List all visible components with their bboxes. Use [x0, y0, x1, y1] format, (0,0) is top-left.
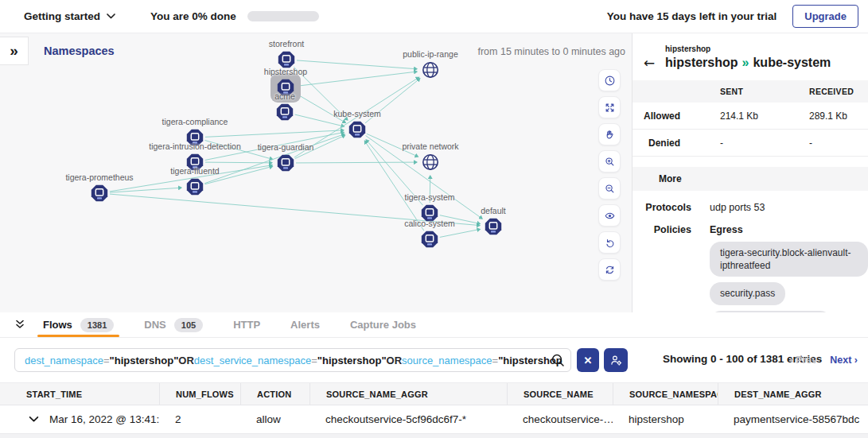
column-header-source_name: SOURCE_NAME	[507, 383, 613, 405]
graph-node-label: tigera-compliance	[162, 117, 228, 126]
protocols-label: Protocols	[644, 202, 691, 213]
query-segment: =	[103, 355, 110, 366]
zoom-out-button[interactable]	[598, 177, 621, 200]
details-panel: hipstershop ← hipstershop»kube-system SE…	[633, 33, 868, 312]
graph-toolbar	[598, 69, 621, 281]
trial-label: You have 15 days left in your trial	[607, 10, 777, 22]
getting-started-dropdown[interactable]: Getting started	[24, 10, 115, 22]
protocols-value: udp ports 53	[710, 202, 765, 213]
title-dest: kube-system	[753, 56, 831, 69]
refresh-icon	[604, 264, 616, 276]
double-chevron-down-icon	[14, 320, 25, 330]
tab-count-badge: 1381	[80, 318, 114, 332]
cell-num_flows: 2	[159, 405, 240, 433]
cell-start_time: Mar 16, 2022 @ 13:41:35.000	[0, 405, 159, 433]
tab-http[interactable]: HTTP	[233, 312, 260, 337]
clear-filter-button[interactable]: ✕	[577, 348, 599, 372]
graph-node-label: public-ip-range	[403, 49, 457, 59]
upgrade-button[interactable]: Upgrade	[792, 5, 858, 28]
prev-page-button[interactable]: ‹ Prev	[789, 355, 817, 366]
namespace-icon	[275, 103, 294, 122]
cell-dest_name_aggr: paymentservice-58567bdc	[718, 405, 868, 433]
cell-text: Mar 16, 2022 @ 13:41:35.000	[49, 413, 159, 425]
query-segment: =	[311, 355, 317, 366]
graph-node-label: tigera-guardian	[258, 142, 314, 152]
query-segment: dest_namespace	[25, 355, 103, 366]
column-header-start_time: START_TIME	[0, 383, 159, 405]
next-page-button[interactable]: Next ›	[830, 355, 858, 366]
stats-col-received: RECEIVED	[809, 87, 868, 96]
prev-label: Prev	[796, 355, 817, 366]
column-header-dest_name_aggr: DEST_NAME_AGGR	[718, 383, 868, 405]
policy-tag[interactable]: platform.allow-kube-dns	[710, 311, 831, 312]
visibility-button[interactable]	[598, 204, 621, 227]
tab-list: Flows1381DNS105HTTPAlertsCapture Jobs	[43, 312, 416, 337]
column-header-source_namespace: SOURCE_NAMESPACE	[613, 383, 718, 405]
graph-node-label: kube-system	[333, 109, 381, 118]
query-segment: "hipstershop"	[317, 355, 387, 366]
stats-row-label: Denied	[633, 138, 720, 149]
clock-icon	[604, 75, 616, 87]
pan-button[interactable]	[598, 123, 621, 145]
column-header-action: ACTION	[240, 383, 309, 405]
refresh-button[interactable]	[598, 258, 621, 281]
tab-alerts[interactable]: Alerts	[290, 312, 320, 337]
time-range-button[interactable]	[598, 69, 621, 91]
row-expander-icon[interactable]	[29, 414, 39, 424]
flows-table: START_TIMENUM_FLOWSACTIONSOURCE_NAME_AGG…	[0, 382, 868, 438]
tab-label: Capture Jobs	[350, 319, 416, 331]
graph-node-label: calico-system	[404, 219, 455, 228]
query-segment: dest_service_namespace	[194, 355, 311, 366]
network-globe-icon	[421, 60, 440, 79]
search-icon	[551, 353, 565, 367]
graph-node-label: acme	[274, 91, 295, 101]
fit-screen-button[interactable]	[598, 96, 621, 118]
network-globe-icon	[421, 153, 440, 172]
tab-capture-jobs[interactable]: Capture Jobs	[350, 312, 416, 337]
namespace-icon	[484, 217, 503, 236]
query-segment: =	[492, 355, 499, 366]
tab-flows[interactable]: Flows1381	[43, 312, 114, 337]
graph-node-label: tigera-intrusion-detection	[149, 141, 241, 151]
search-input[interactable]: dest_namespace = "hipstershop" OR dest_s…	[14, 348, 571, 372]
title-source: hipstershop	[665, 56, 738, 69]
namespace-icon	[420, 230, 439, 249]
stats-received-value: -	[809, 138, 868, 149]
expand-sidebar-button[interactable]: »	[0, 37, 29, 65]
user-settings-button[interactable]	[604, 348, 628, 372]
namespace-icon	[348, 120, 367, 139]
bottom-tab-bar: Flows1381DNS105HTTPAlertsCapture Jobs	[0, 312, 868, 338]
user-settings-icon	[609, 354, 623, 367]
back-arrow-icon[interactable]: ←	[644, 55, 665, 71]
filter-bar: dest_namespace = "hipstershop" OR dest_s…	[0, 338, 868, 382]
cell-source_name: checkoutservice-…	[507, 405, 613, 433]
zoom-out-icon	[604, 183, 616, 195]
undo-button[interactable]	[598, 231, 621, 254]
next-chevron-icon: ›	[854, 355, 858, 366]
tab-label: DNS	[144, 319, 165, 331]
stats-header: SENT RECEIVED	[633, 80, 868, 103]
egress-label: Egress	[710, 224, 743, 235]
namespace-icon	[185, 177, 204, 196]
collapse-tabs-button[interactable]	[14, 319, 27, 331]
query-segment: OR	[387, 355, 403, 366]
stats-body: Allowed214.1 Kb289.1 KbDenied--	[633, 103, 868, 157]
policy-tag[interactable]: tigera-security.block-alienvault-ipthrea…	[710, 242, 868, 277]
policy-tag[interactable]: security.pass	[710, 282, 785, 304]
stats-col-sent: SENT	[720, 87, 809, 96]
more-section-header: More	[633, 167, 868, 191]
zoom-in-button[interactable]	[598, 150, 621, 172]
stats-row-allowed: Allowed214.1 Kb289.1 Kb	[633, 103, 868, 130]
stats-row-denied: Denied--	[633, 130, 868, 157]
policy-tag-list: tigera-security.block-alienvault-ipthrea…	[710, 242, 868, 312]
cell-source_namespace: hipstershop	[613, 405, 718, 433]
table-row[interactable]: Mar 16, 2022 @ 13:41:35.0002allowcheckou…	[0, 405, 868, 434]
double-chevron-right-icon: »	[10, 42, 18, 60]
tab-dns[interactable]: DNS105	[144, 312, 203, 337]
breadcrumb: hipstershop	[665, 45, 868, 53]
protocols-row: Protocols udp ports 53	[633, 202, 868, 213]
tab-label: Flows	[43, 319, 72, 331]
chevron-down-icon	[107, 14, 115, 19]
graph-node-label: tigera-prometheus	[65, 172, 133, 182]
column-header-source_name_aggr: SOURCE_NAME_AGGR	[309, 383, 507, 405]
